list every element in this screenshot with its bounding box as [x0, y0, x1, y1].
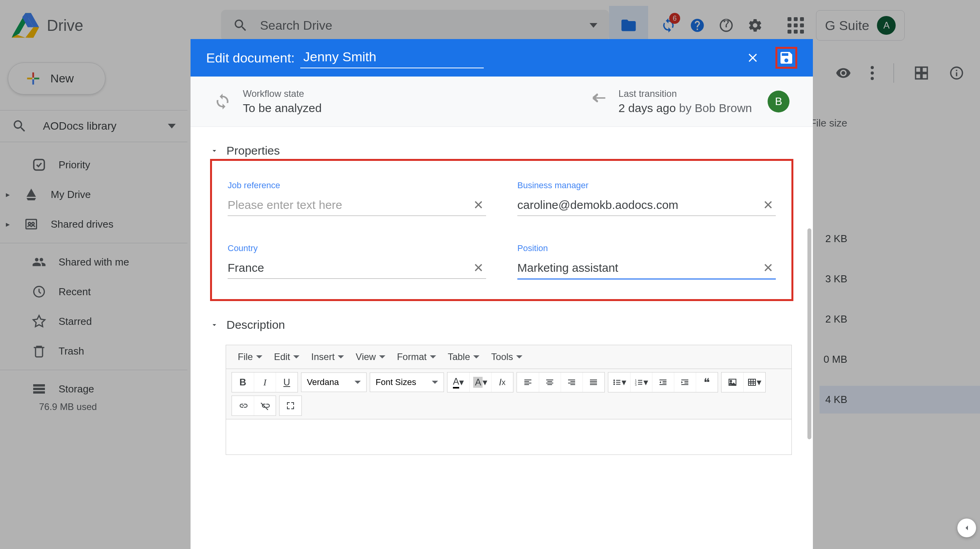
align-justify-button[interactable] — [583, 373, 604, 392]
chevron-left-icon — [962, 523, 971, 533]
underline-button[interactable]: U — [276, 373, 298, 392]
link-button[interactable] — [232, 396, 254, 415]
clear-button[interactable]: ✕ — [471, 198, 486, 212]
rte-menu-tools[interactable]: Tools — [487, 349, 526, 365]
properties-highlight-box: Job reference ✕ Business manager ✕ Count… — [210, 159, 793, 301]
last-transition-block: Last transition 2 days ago by Bob Brown — [590, 88, 752, 115]
align-right-button[interactable] — [561, 373, 583, 392]
outdent-button[interactable] — [652, 373, 674, 392]
scrollbar[interactable] — [807, 228, 811, 439]
properties-section: Properties Job reference ✕ Business mana… — [210, 139, 793, 301]
image-button[interactable] — [722, 373, 743, 392]
position-input[interactable] — [517, 257, 761, 278]
transition-user-avatar: B — [768, 91, 789, 112]
edit-document-modal: Edit document: Workflow state To be anal… — [191, 39, 813, 549]
save-button[interactable] — [775, 47, 797, 69]
svg-point-6 — [613, 381, 615, 383]
rte-menu-format[interactable]: Format — [393, 349, 440, 365]
rte-menu-edit[interactable]: Edit — [270, 349, 303, 365]
svg-point-7 — [613, 383, 615, 385]
job-reference-input[interactable] — [228, 194, 471, 216]
rte-menu-view[interactable]: View — [352, 349, 389, 365]
rte-menu-insert[interactable]: Insert — [307, 349, 348, 365]
description-header[interactable]: Description — [210, 313, 793, 337]
description-title: Description — [226, 318, 285, 332]
document-title-input[interactable] — [300, 48, 484, 68]
business-manager-input[interactable] — [517, 194, 761, 216]
table-button[interactable]: ▾ — [743, 373, 765, 392]
svg-point-5 — [613, 380, 615, 381]
workflow-value: To be analyzed — [243, 102, 322, 115]
save-icon — [779, 50, 794, 66]
svg-text:3: 3 — [635, 383, 637, 387]
close-icon — [746, 51, 760, 65]
blockquote-button[interactable]: ❝ — [696, 373, 718, 392]
svg-rect-13 — [748, 379, 755, 385]
close-button[interactable] — [746, 51, 760, 65]
country-input[interactable] — [228, 257, 471, 278]
modal-info-bar: Workflow state To be analyzed Last trans… — [191, 77, 813, 127]
field-label: Position — [517, 243, 776, 253]
workflow-icon — [214, 93, 231, 110]
number-list-button[interactable]: 123 ▾ — [630, 373, 652, 392]
chevron-down-icon — [210, 146, 219, 155]
modal-body: Properties Job reference ✕ Business mana… — [191, 127, 813, 549]
description-section: Description File Edit Insert View Format… — [210, 313, 793, 455]
svg-point-12 — [730, 380, 732, 382]
align-left-button[interactable] — [517, 373, 539, 392]
clear-format-button[interactable]: Ix — [491, 373, 513, 392]
modal-title-label: Edit document: — [206, 50, 295, 66]
rte-menu-file[interactable]: File — [234, 349, 266, 365]
bold-button[interactable]: B — [232, 373, 254, 392]
floating-action-button[interactable] — [957, 519, 976, 537]
field-job-reference: Job reference ✕ — [228, 180, 486, 216]
highlight-button[interactable]: A ▾ — [469, 373, 491, 392]
italic-button[interactable]: I — [254, 373, 276, 392]
transition-icon — [590, 93, 607, 110]
field-country: Country ✕ — [228, 243, 486, 280]
rich-text-editor: File Edit Insert View Format Table Tools… — [226, 345, 792, 455]
align-center-button[interactable] — [539, 373, 561, 392]
indent-button[interactable] — [674, 373, 696, 392]
modal-header: Edit document: — [191, 39, 813, 77]
font-family-select[interactable]: Verdana — [301, 373, 367, 392]
transition-label: Last transition — [618, 88, 752, 99]
field-label: Business manager — [517, 180, 776, 191]
chevron-down-icon — [210, 321, 219, 329]
field-label: Country — [228, 243, 486, 253]
clear-button[interactable]: ✕ — [761, 198, 776, 212]
transition-value: 2 days ago by Bob Brown — [618, 102, 752, 115]
text-color-button[interactable]: A ▾ — [447, 373, 469, 392]
field-business-manager: Business manager ✕ — [517, 180, 776, 216]
unlink-button[interactable] — [254, 396, 276, 415]
rte-toolbar: B I U Verdana Font Sizes A ▾ A ▾ Ix — [226, 369, 791, 419]
clear-button[interactable]: ✕ — [761, 260, 776, 275]
font-size-select[interactable]: Font Sizes — [370, 373, 444, 392]
bullet-list-button[interactable]: ▾ — [608, 373, 630, 392]
field-position: Position ✕ — [517, 243, 776, 280]
fullscreen-button[interactable] — [280, 396, 301, 415]
workflow-state-block: Workflow state To be analyzed — [214, 88, 322, 115]
properties-title: Properties — [226, 144, 280, 157]
clear-button[interactable]: ✕ — [471, 260, 486, 275]
rte-menubar: File Edit Insert View Format Table Tools — [226, 345, 791, 369]
rte-menu-table[interactable]: Table — [444, 349, 483, 365]
workflow-label: Workflow state — [243, 88, 322, 99]
field-label: Job reference — [228, 180, 486, 191]
rte-content[interactable] — [226, 419, 791, 455]
